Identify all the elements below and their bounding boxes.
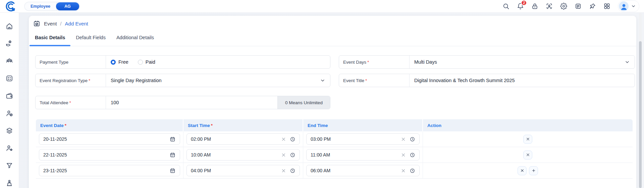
clock-icon[interactable] (410, 168, 415, 174)
col-end-time: End Time (303, 119, 423, 131)
total-attendee-input[interactable]: 100 (106, 96, 277, 109)
remove-row-button[interactable] (518, 166, 527, 175)
clock-icon[interactable] (290, 168, 296, 174)
event-registration-type-field: Event Registration Type* Single Day Regi… (35, 74, 330, 87)
add-row-button[interactable] (529, 166, 538, 175)
end-time-input[interactable]: 03:00 PM (306, 133, 420, 145)
notification-count-badge: 2 (521, 0, 527, 6)
layers-stack-icon[interactable] (5, 127, 13, 135)
topbar: Employee AG 2 (0, 0, 644, 13)
clock-icon[interactable] (290, 136, 296, 142)
clear-icon[interactable] (281, 152, 286, 158)
event-registration-type-select[interactable]: Single Day Registration (106, 74, 330, 87)
breadcrumb-add-event: Add Event (65, 21, 88, 26)
event-days-field: Event Days* Multi Days (339, 55, 635, 69)
meeting-room-icon[interactable] (5, 57, 13, 65)
profile-menu[interactable] (618, 0, 639, 12)
event-title-label: Event Title* (339, 74, 410, 87)
clock-icon[interactable] (290, 152, 296, 158)
home-icon[interactable] (5, 22, 13, 30)
event-title-input[interactable]: Digital Innovation & Tech Growth Summit … (410, 74, 635, 87)
chevron-down-icon (320, 78, 325, 83)
company-logo-icon (4, 1, 15, 12)
col-action: Action (423, 119, 633, 131)
sidebar-nav (0, 13, 19, 188)
settings-gear-icon[interactable] (560, 3, 567, 10)
chevron-down-icon (625, 59, 630, 65)
vertical-scrollbar[interactable] (639, 13, 642, 188)
task-checklist-icon[interactable] (5, 74, 13, 82)
total-attendee-field: Total Attendee* 100 0 Means Unlimited (35, 96, 330, 109)
pin-icon[interactable] (589, 3, 596, 10)
tab-default-fields[interactable]: Default Fields (70, 31, 111, 46)
table-row: 20-11-2025 02:00 PM 03:00 PM (36, 131, 633, 147)
notification-bell-icon[interactable]: 2 (517, 3, 524, 10)
event-schedule-table: Event Date* Start Time* End Time Action (36, 119, 633, 179)
event-date-input[interactable]: 20-11-2025 (39, 133, 180, 145)
employee-star-icon[interactable] (5, 144, 13, 152)
start-time-input[interactable]: 10:00 AM (186, 149, 300, 161)
clear-icon[interactable] (400, 136, 406, 142)
payroll-hand-coin-icon[interactable] (5, 40, 13, 48)
face-id-scan-icon[interactable] (546, 3, 553, 10)
breadcrumb-event[interactable]: Event (44, 21, 57, 26)
page-card: Event / Add Event Basic Details Default … (29, 16, 636, 188)
col-event-date: Event Date* (36, 119, 183, 131)
filter-funnel-icon[interactable] (5, 162, 13, 170)
calendar-icon[interactable] (169, 152, 176, 158)
table-row: 22-11-2025 10:00 AM 11:00 AM (36, 147, 633, 163)
event-title-field: Event Title* Digital Innovation & Tech G… (339, 74, 635, 87)
event-date-input[interactable]: 23-11-2025 (39, 165, 180, 176)
search-icon[interactable] (502, 3, 509, 10)
main-area: Event / Add Event Basic Details Default … (19, 13, 644, 188)
speaker-podium-icon[interactable] (5, 179, 13, 187)
calendar-icon[interactable] (169, 168, 176, 174)
role-toggle: Employee AG (24, 2, 80, 11)
total-attendee-label: Total Attendee* (36, 96, 106, 109)
event-registration-type-label: Event Registration Type* (36, 74, 106, 87)
radio-free-dot[interactable] (111, 60, 116, 65)
role-toggle-employee[interactable]: Employee (25, 2, 56, 10)
payment-type-field: Payment Type Free Paid (35, 55, 330, 69)
wallet-icon[interactable] (5, 92, 13, 100)
tab-bar: Basic Details Default Fields Additional … (29, 31, 636, 46)
start-time-input[interactable]: 02:00 PM (186, 133, 300, 145)
radio-free[interactable]: Free (111, 59, 128, 65)
clear-icon[interactable] (400, 152, 406, 158)
clear-icon[interactable] (400, 168, 406, 174)
lock-icon[interactable] (531, 3, 538, 10)
payment-type-label: Payment Type (36, 56, 106, 68)
event-date-input[interactable]: 22-11-2025 (39, 149, 180, 161)
employee-check-icon[interactable] (5, 109, 13, 117)
clear-icon[interactable] (281, 136, 286, 142)
table-row: 23-11-2025 04:00 PM 06:00 AM (36, 163, 633, 179)
role-toggle-ag[interactable]: AG (56, 2, 79, 10)
tab-additional-details[interactable]: Additional Details (111, 31, 159, 46)
remove-row-button[interactable] (523, 150, 532, 160)
clock-icon[interactable] (410, 152, 415, 158)
start-time-input[interactable]: 04:00 PM (186, 165, 300, 176)
end-time-input[interactable]: 11:00 AM (306, 149, 420, 161)
user-avatar (619, 1, 629, 11)
chevron-down-icon (631, 4, 636, 9)
event-days-select[interactable]: Multi Days (410, 56, 635, 68)
remove-row-button[interactable] (523, 135, 532, 144)
tab-basic-details[interactable]: Basic Details (30, 31, 70, 46)
clear-icon[interactable] (281, 168, 286, 174)
basic-details-form: Payment Type Free Paid (29, 46, 636, 179)
apps-grid-icon[interactable] (603, 3, 610, 10)
calendar-icon[interactable] (169, 136, 176, 142)
end-time-input[interactable]: 06:00 AM (306, 165, 420, 176)
total-attendee-hint: 0 Means Unlimited (277, 96, 330, 109)
scrollbar-thumb[interactable] (639, 41, 642, 188)
col-start-time: Start Time* (183, 119, 303, 131)
breadcrumb: Event / Add Event (29, 16, 636, 29)
breadcrumb-separator: / (60, 21, 61, 26)
notes-icon[interactable] (575, 3, 582, 10)
clock-icon[interactable] (410, 136, 415, 142)
table-header: Event Date* Start Time* End Time Action (36, 119, 633, 131)
event-days-label: Event Days* (339, 56, 410, 68)
event-calendar-icon (33, 20, 41, 27)
radio-paid[interactable]: Paid (138, 59, 155, 65)
radio-paid-dot[interactable] (138, 60, 143, 65)
